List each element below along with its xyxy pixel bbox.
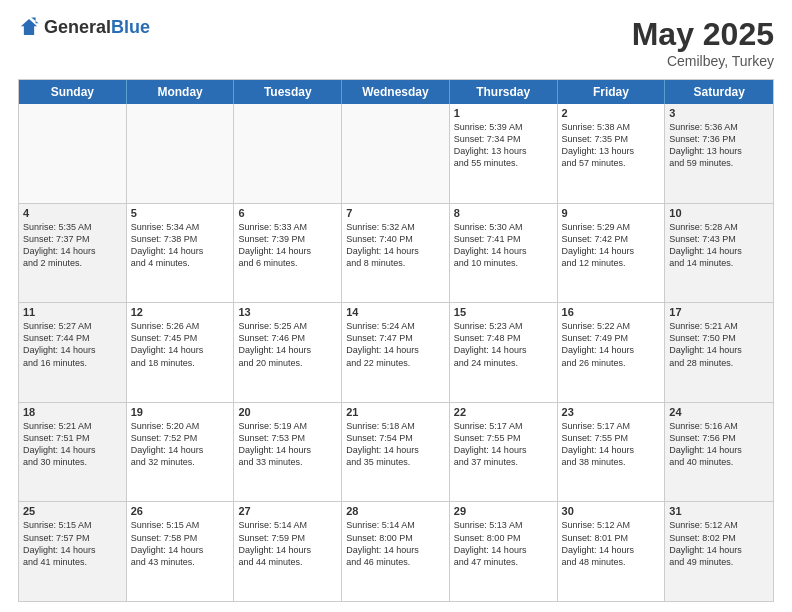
cal-header-saturday: Saturday (665, 80, 773, 104)
cell-info: Sunrise: 5:36 AM Sunset: 7:36 PM Dayligh… (669, 121, 769, 170)
cell-info: Sunrise: 5:35 AM Sunset: 7:37 PM Dayligh… (23, 221, 122, 270)
header: GeneralBlue May 2025 Cemilbey, Turkey (18, 16, 774, 69)
cell-info: Sunrise: 5:12 AM Sunset: 8:02 PM Dayligh… (669, 519, 769, 568)
cal-cell: 9Sunrise: 5:29 AM Sunset: 7:42 PM Daylig… (558, 204, 666, 303)
cell-info: Sunrise: 5:26 AM Sunset: 7:45 PM Dayligh… (131, 320, 230, 369)
cal-cell: 5Sunrise: 5:34 AM Sunset: 7:38 PM Daylig… (127, 204, 235, 303)
day-number: 5 (131, 207, 230, 219)
cal-header-wednesday: Wednesday (342, 80, 450, 104)
svg-marker-0 (21, 19, 37, 35)
cell-info: Sunrise: 5:21 AM Sunset: 7:50 PM Dayligh… (669, 320, 769, 369)
cal-cell: 31Sunrise: 5:12 AM Sunset: 8:02 PM Dayli… (665, 502, 773, 601)
day-number: 18 (23, 406, 122, 418)
cal-week-2: 4Sunrise: 5:35 AM Sunset: 7:37 PM Daylig… (19, 204, 773, 304)
day-number: 17 (669, 306, 769, 318)
day-number: 23 (562, 406, 661, 418)
cell-info: Sunrise: 5:33 AM Sunset: 7:39 PM Dayligh… (238, 221, 337, 270)
cal-cell: 25Sunrise: 5:15 AM Sunset: 7:57 PM Dayli… (19, 502, 127, 601)
day-number: 28 (346, 505, 445, 517)
cal-week-3: 11Sunrise: 5:27 AM Sunset: 7:44 PM Dayli… (19, 303, 773, 403)
day-number: 12 (131, 306, 230, 318)
cell-info: Sunrise: 5:20 AM Sunset: 7:52 PM Dayligh… (131, 420, 230, 469)
calendar: SundayMondayTuesdayWednesdayThursdayFrid… (18, 79, 774, 602)
cal-week-1: 1Sunrise: 5:39 AM Sunset: 7:34 PM Daylig… (19, 104, 773, 204)
cal-cell: 7Sunrise: 5:32 AM Sunset: 7:40 PM Daylig… (342, 204, 450, 303)
day-number: 19 (131, 406, 230, 418)
day-number: 6 (238, 207, 337, 219)
day-number: 20 (238, 406, 337, 418)
cal-cell: 17Sunrise: 5:21 AM Sunset: 7:50 PM Dayli… (665, 303, 773, 402)
day-number: 1 (454, 107, 553, 119)
day-number: 26 (131, 505, 230, 517)
cell-info: Sunrise: 5:14 AM Sunset: 8:00 PM Dayligh… (346, 519, 445, 568)
cell-info: Sunrise: 5:12 AM Sunset: 8:01 PM Dayligh… (562, 519, 661, 568)
cal-cell: 15Sunrise: 5:23 AM Sunset: 7:48 PM Dayli… (450, 303, 558, 402)
cal-header-thursday: Thursday (450, 80, 558, 104)
cal-cell (19, 104, 127, 203)
day-number: 13 (238, 306, 337, 318)
cal-cell: 1Sunrise: 5:39 AM Sunset: 7:34 PM Daylig… (450, 104, 558, 203)
day-number: 25 (23, 505, 122, 517)
cal-cell: 12Sunrise: 5:26 AM Sunset: 7:45 PM Dayli… (127, 303, 235, 402)
cal-header-sunday: Sunday (19, 80, 127, 104)
cal-header-monday: Monday (127, 80, 235, 104)
day-number: 22 (454, 406, 553, 418)
title-month: May 2025 (632, 16, 774, 53)
day-number: 16 (562, 306, 661, 318)
cal-cell: 10Sunrise: 5:28 AM Sunset: 7:43 PM Dayli… (665, 204, 773, 303)
day-number: 29 (454, 505, 553, 517)
logo-general: General (44, 17, 111, 37)
cell-info: Sunrise: 5:38 AM Sunset: 7:35 PM Dayligh… (562, 121, 661, 170)
cal-cell: 28Sunrise: 5:14 AM Sunset: 8:00 PM Dayli… (342, 502, 450, 601)
cal-cell: 30Sunrise: 5:12 AM Sunset: 8:01 PM Dayli… (558, 502, 666, 601)
cal-cell: 4Sunrise: 5:35 AM Sunset: 7:37 PM Daylig… (19, 204, 127, 303)
cell-info: Sunrise: 5:24 AM Sunset: 7:47 PM Dayligh… (346, 320, 445, 369)
cell-info: Sunrise: 5:19 AM Sunset: 7:53 PM Dayligh… (238, 420, 337, 469)
cal-cell (234, 104, 342, 203)
day-number: 8 (454, 207, 553, 219)
day-number: 9 (562, 207, 661, 219)
cell-info: Sunrise: 5:34 AM Sunset: 7:38 PM Dayligh… (131, 221, 230, 270)
day-number: 24 (669, 406, 769, 418)
calendar-header: SundayMondayTuesdayWednesdayThursdayFrid… (19, 80, 773, 104)
day-number: 2 (562, 107, 661, 119)
day-number: 21 (346, 406, 445, 418)
day-number: 31 (669, 505, 769, 517)
cal-cell: 23Sunrise: 5:17 AM Sunset: 7:55 PM Dayli… (558, 403, 666, 502)
cal-cell: 18Sunrise: 5:21 AM Sunset: 7:51 PM Dayli… (19, 403, 127, 502)
logo-icon (18, 16, 40, 38)
cell-info: Sunrise: 5:23 AM Sunset: 7:48 PM Dayligh… (454, 320, 553, 369)
cal-cell: 22Sunrise: 5:17 AM Sunset: 7:55 PM Dayli… (450, 403, 558, 502)
day-number: 11 (23, 306, 122, 318)
title-location: Cemilbey, Turkey (632, 53, 774, 69)
cal-header-tuesday: Tuesday (234, 80, 342, 104)
day-number: 15 (454, 306, 553, 318)
cal-week-5: 25Sunrise: 5:15 AM Sunset: 7:57 PM Dayli… (19, 502, 773, 601)
cell-info: Sunrise: 5:30 AM Sunset: 7:41 PM Dayligh… (454, 221, 553, 270)
cal-cell: 11Sunrise: 5:27 AM Sunset: 7:44 PM Dayli… (19, 303, 127, 402)
day-number: 7 (346, 207, 445, 219)
cell-info: Sunrise: 5:15 AM Sunset: 7:57 PM Dayligh… (23, 519, 122, 568)
logo: GeneralBlue (18, 16, 150, 38)
day-number: 3 (669, 107, 769, 119)
cell-info: Sunrise: 5:25 AM Sunset: 7:46 PM Dayligh… (238, 320, 337, 369)
cell-info: Sunrise: 5:13 AM Sunset: 8:00 PM Dayligh… (454, 519, 553, 568)
cell-info: Sunrise: 5:27 AM Sunset: 7:44 PM Dayligh… (23, 320, 122, 369)
cal-cell: 19Sunrise: 5:20 AM Sunset: 7:52 PM Dayli… (127, 403, 235, 502)
day-number: 27 (238, 505, 337, 517)
cal-cell: 29Sunrise: 5:13 AM Sunset: 8:00 PM Dayli… (450, 502, 558, 601)
cell-info: Sunrise: 5:15 AM Sunset: 7:58 PM Dayligh… (131, 519, 230, 568)
cell-info: Sunrise: 5:16 AM Sunset: 7:56 PM Dayligh… (669, 420, 769, 469)
cal-header-friday: Friday (558, 80, 666, 104)
day-number: 4 (23, 207, 122, 219)
cal-cell: 14Sunrise: 5:24 AM Sunset: 7:47 PM Dayli… (342, 303, 450, 402)
title-block: May 2025 Cemilbey, Turkey (632, 16, 774, 69)
cal-cell (342, 104, 450, 203)
cal-cell: 20Sunrise: 5:19 AM Sunset: 7:53 PM Dayli… (234, 403, 342, 502)
cal-cell: 13Sunrise: 5:25 AM Sunset: 7:46 PM Dayli… (234, 303, 342, 402)
cell-info: Sunrise: 5:18 AM Sunset: 7:54 PM Dayligh… (346, 420, 445, 469)
cal-cell: 27Sunrise: 5:14 AM Sunset: 7:59 PM Dayli… (234, 502, 342, 601)
day-number: 30 (562, 505, 661, 517)
cal-cell: 6Sunrise: 5:33 AM Sunset: 7:39 PM Daylig… (234, 204, 342, 303)
cal-week-4: 18Sunrise: 5:21 AM Sunset: 7:51 PM Dayli… (19, 403, 773, 503)
